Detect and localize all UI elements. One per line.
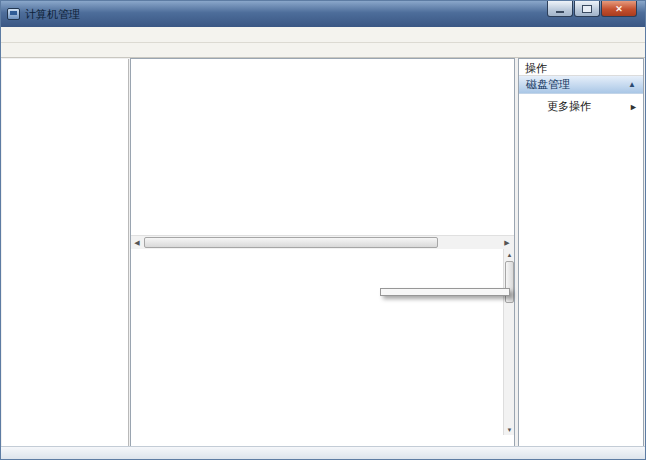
computer-management-window: 计算机管理 ◀ ▶ ▲ ▼ 操作 磁盘管理 ▲ 更多操作 bbox=[0, 0, 646, 460]
scroll-down-icon[interactable]: ▼ bbox=[504, 424, 515, 435]
more-actions-label: 更多操作 bbox=[547, 99, 591, 114]
toolbar bbox=[1, 43, 645, 58]
window-title: 计算机管理 bbox=[25, 7, 80, 22]
context-menu bbox=[380, 288, 510, 296]
more-actions-item[interactable]: 更多操作 ► bbox=[519, 94, 643, 114]
actions-pane-title: 操作 bbox=[519, 59, 643, 76]
horizontal-scrollbar[interactable]: ◀ ▶ bbox=[131, 235, 514, 249]
maximize-button[interactable] bbox=[574, 1, 600, 17]
app-icon bbox=[7, 8, 20, 20]
scroll-left-icon[interactable]: ◀ bbox=[131, 237, 143, 249]
horizontal-scroll-thumb[interactable] bbox=[144, 237, 438, 248]
actions-pane: 操作 磁盘管理 ▲ 更多操作 ► bbox=[518, 58, 644, 448]
actions-section-disk-management[interactable]: 磁盘管理 ▲ bbox=[519, 76, 643, 94]
submenu-arrow-icon: ► bbox=[629, 102, 638, 112]
console-tree bbox=[2, 59, 129, 448]
vertical-scroll-thumb[interactable] bbox=[505, 261, 514, 303]
status-bar bbox=[1, 446, 645, 459]
scroll-right-icon[interactable]: ▶ bbox=[501, 237, 513, 249]
graphical-view bbox=[131, 249, 514, 435]
vertical-scrollbar[interactable]: ▲ ▼ bbox=[503, 249, 514, 435]
title-bar[interactable]: 计算机管理 bbox=[1, 1, 645, 27]
volume-list bbox=[131, 59, 514, 235]
close-button[interactable] bbox=[601, 1, 637, 17]
window-controls bbox=[547, 1, 637, 17]
collapse-arrow-icon[interactable]: ▲ bbox=[628, 80, 636, 89]
actions-section-label: 磁盘管理 bbox=[526, 77, 570, 92]
disk-management-pane: ◀ ▶ ▲ ▼ bbox=[130, 58, 515, 448]
minimize-button[interactable] bbox=[547, 1, 573, 17]
scroll-up-icon[interactable]: ▲ bbox=[504, 249, 515, 260]
menu-bar bbox=[1, 27, 645, 43]
